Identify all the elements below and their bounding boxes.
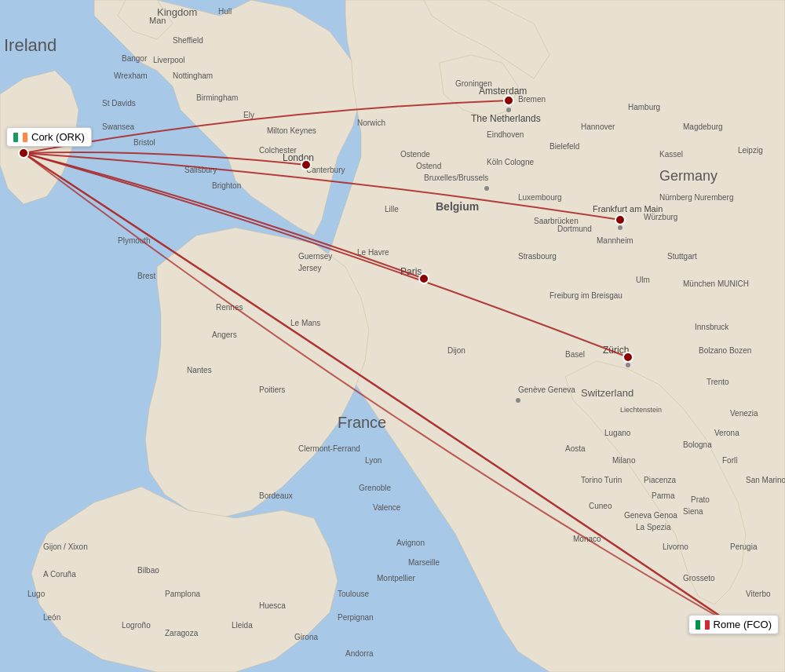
svg-text:München MUNICH: München MUNICH [683,279,749,288]
svg-point-117 [301,160,311,170]
svg-text:Prato: Prato [691,495,710,504]
svg-text:Stuttgart: Stuttgart [667,252,697,261]
svg-text:Nürnberg Nuremberg: Nürnberg Nuremberg [659,193,734,202]
svg-text:Siena: Siena [683,507,703,516]
svg-text:Grosseto: Grosseto [683,574,715,583]
svg-text:Bruxelles/Brussels: Bruxelles/Brussels [424,173,488,182]
svg-text:Belgium: Belgium [436,200,479,213]
svg-text:Liechtenstein: Liechtenstein [620,406,662,414]
ireland-label: Ireland [4,35,57,55]
svg-point-127 [516,398,520,403]
svg-text:Parma: Parma [652,491,675,500]
svg-text:Hannover: Hannover [581,122,615,131]
svg-point-121 [623,352,633,362]
svg-text:Swansea: Swansea [102,122,135,131]
svg-text:Ely: Ely [243,111,254,119]
svg-text:France: France [338,414,386,431]
svg-text:Venezia: Venezia [730,409,758,418]
svg-text:Sheffield: Sheffield [173,36,203,45]
svg-text:Le Havre: Le Havre [357,248,389,257]
svg-text:Freiburg im Breisgau: Freiburg im Breisgau [550,291,623,300]
svg-text:Saarbrücken: Saarbrücken [534,217,579,225]
svg-text:Jersey: Jersey [298,264,321,272]
destination-airport-text: Rome (FCO) [714,619,772,630]
svg-text:Marseille: Marseille [408,558,440,567]
svg-text:Lyon: Lyon [365,456,382,465]
svg-text:Milano: Milano [612,456,636,465]
svg-text:Magdeburg: Magdeburg [683,122,723,131]
svg-text:Lugano: Lugano [604,429,631,437]
svg-text:Torino Turin: Torino Turin [581,476,622,484]
svg-text:Bangor: Bangor [122,54,148,63]
svg-text:Girona: Girona [294,633,318,641]
svg-text:Wrexham: Wrexham [114,71,148,80]
svg-text:Angers: Angers [212,331,237,339]
svg-text:Köln Cologne: Köln Cologne [487,158,534,166]
svg-text:Geneva Genoa: Geneva Genoa [624,511,677,520]
svg-text:Bolzano Bozen: Bolzano Bozen [699,346,751,355]
svg-text:Verona: Verona [714,429,739,437]
svg-text:Switzerland: Switzerland [581,387,633,399]
svg-point-119 [504,96,513,105]
svg-text:Nottingham: Nottingham [173,71,213,80]
svg-text:Lugo: Lugo [27,590,46,598]
svg-point-123 [506,108,511,112]
svg-text:San Marino: San Marino [746,476,785,484]
svg-text:Würzburg: Würzburg [644,213,677,221]
svg-text:St Davids: St Davids [102,99,136,108]
svg-text:La Spezia: La Spezia [636,523,671,531]
svg-text:Eindhoven: Eindhoven [487,130,524,139]
svg-text:Guernsey: Guernsey [298,252,332,261]
svg-text:Liverpool: Liverpool [153,56,185,64]
svg-text:Germany: Germany [659,168,717,184]
svg-text:Bilbao: Bilbao [137,566,159,575]
svg-text:Viterbo: Viterbo [746,590,771,598]
svg-text:Bielefeld: Bielefeld [550,142,579,151]
svg-text:Kassel: Kassel [659,150,683,159]
svg-text:Bologna: Bologna [683,440,712,449]
svg-text:Avignon: Avignon [396,539,425,547]
svg-point-116 [19,148,28,158]
svg-text:Forlì: Forlì [722,456,738,465]
svg-text:Perpignan: Perpignan [338,613,374,622]
svg-text:Dijon: Dijon [447,346,466,355]
origin-airport-label: Cork (ORK) [6,127,92,147]
svg-point-118 [419,274,429,283]
svg-text:Ostende: Ostende [400,150,430,159]
svg-text:Andorra: Andorra [345,649,374,658]
svg-text:Basel: Basel [565,350,585,359]
svg-text:Grenoble: Grenoble [359,484,392,492]
svg-text:Toulouse: Toulouse [338,590,369,598]
origin-airport-text: Cork (ORK) [31,131,85,143]
svg-text:León: León [43,613,60,622]
svg-text:Norwich: Norwich [357,119,385,127]
svg-text:Poitiers: Poitiers [259,385,285,394]
svg-text:Innsbruck: Innsbruck [695,323,729,331]
svg-text:Clermont-Ferrand: Clermont-Ferrand [298,444,360,453]
svg-text:Montpellier: Montpellier [377,574,416,583]
svg-text:Bremen: Bremen [518,95,546,104]
map-svg: Ireland Kingdom London The Netherlands B… [0,0,785,672]
svg-text:Lille: Lille [385,205,399,214]
svg-text:Huesca: Huesca [259,601,286,610]
svg-text:Man: Man [149,16,166,25]
svg-text:Mannheim: Mannheim [597,236,633,245]
svg-text:Strasbourg: Strasbourg [518,252,557,261]
svg-text:Bordeaux: Bordeaux [259,491,293,500]
svg-text:Milton Keynes: Milton Keynes [267,126,316,135]
svg-text:Perugia: Perugia [730,542,758,551]
svg-text:Le Mans: Le Mans [290,319,320,327]
svg-text:Brest: Brest [137,272,156,280]
ireland-flag-icon [13,133,27,142]
svg-text:Birmingham: Birmingham [196,93,238,102]
svg-text:Hamburg: Hamburg [628,103,660,111]
svg-text:The Netherlands: The Netherlands [471,113,541,124]
svg-point-124 [618,225,623,230]
svg-text:Luxembourg: Luxembourg [518,193,562,202]
svg-text:Dortmund: Dortmund [557,225,592,233]
svg-text:Aosta: Aosta [565,444,586,453]
svg-text:Livorno: Livorno [663,542,688,551]
destination-airport-label: Rome (FCO) [688,615,779,634]
svg-text:Hull: Hull [218,7,232,16]
svg-text:Piacenza: Piacenza [644,476,677,484]
